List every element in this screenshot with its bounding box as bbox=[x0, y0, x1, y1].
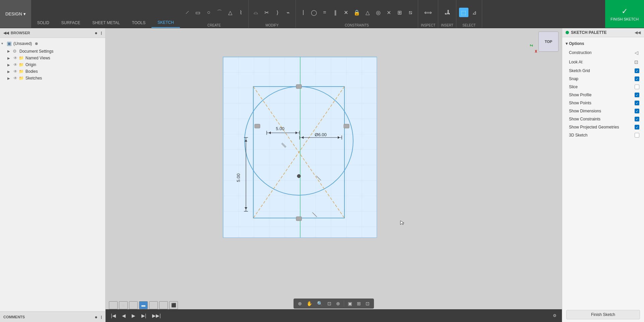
constraint-parallel-tool[interactable]: ∥ bbox=[331, 8, 340, 17]
zoom-window-tool[interactable]: ⊡ bbox=[326, 300, 333, 307]
offset-tool[interactable]: ⌁ bbox=[283, 8, 293, 17]
view-cube[interactable]: TOP bbox=[538, 32, 559, 52]
play-button[interactable]: ▶ bbox=[130, 312, 137, 320]
palette-collapse-btn[interactable]: ◀◀ bbox=[635, 30, 641, 35]
show-profile-checkbox[interactable]: ✓ bbox=[635, 93, 639, 97]
constraint-sym-tool[interactable]: ⨯ bbox=[384, 8, 394, 17]
playback-bar: |◀ ◀ ▶ ▶| ▶▶| ⚙ bbox=[106, 309, 562, 322]
grid-toggle-tool[interactable]: ⊞ bbox=[355, 300, 363, 307]
last-frame-button[interactable]: ▶▶| bbox=[150, 312, 163, 320]
tab-surface[interactable]: SURFACE bbox=[55, 18, 86, 28]
polygon-tool[interactable]: △ bbox=[226, 8, 235, 17]
sketch-paint-tool[interactable]: ⬛ bbox=[169, 301, 178, 309]
pan-tool[interactable]: ✋ bbox=[305, 300, 314, 307]
line-tool[interactable]: ⟋ bbox=[183, 8, 192, 17]
show-projected-geometries-checkbox[interactable]: ✓ bbox=[635, 125, 639, 129]
show-points-checkbox[interactable]: ✓ bbox=[635, 101, 639, 105]
finish-sketch-panel-button[interactable]: Finish Sketch bbox=[566, 310, 640, 319]
tab-solid[interactable]: SOLID bbox=[31, 18, 55, 28]
top-bar: DESIGN ▾ SOLID SURFACE SHEET METAL TOOLS… bbox=[0, 0, 644, 28]
constraint-grid-tool[interactable]: ⊞ bbox=[395, 8, 404, 17]
settings-icon[interactable]: ⚙ bbox=[551, 312, 559, 319]
tree-item-doc-settings[interactable]: ▶ ⚙ Document Settings bbox=[0, 48, 105, 55]
tab-sketch[interactable]: SKETCH bbox=[151, 18, 180, 28]
main-layout: ◀◀ BROWSER ● | ▾ ▣ (Unsaved) ⏺ ▶ ⚙ Docum… bbox=[0, 28, 644, 322]
sketch-select-tool[interactable]: □ bbox=[109, 301, 118, 309]
collapse-browser-icon[interactable]: ◀◀ bbox=[3, 31, 9, 35]
origin-label: Origin bbox=[25, 62, 36, 67]
show-dimensions-label: Show Dimensions bbox=[569, 109, 635, 113]
next-frame-button[interactable]: ▶| bbox=[139, 312, 148, 320]
constraint-triangle-tool[interactable]: △ bbox=[363, 8, 372, 17]
zoom-fit-tool[interactable]: ⊕ bbox=[334, 300, 342, 307]
constraint-equal-tool[interactable]: = bbox=[320, 8, 329, 17]
show-constraints-label: Show Constraints bbox=[569, 117, 635, 121]
circle-tool[interactable]: ○ bbox=[204, 8, 213, 17]
rect-tool[interactable]: ▭ bbox=[193, 8, 203, 17]
prev-frame-button[interactable]: ◀ bbox=[120, 312, 128, 320]
view-toggle-tool[interactable]: ▣ bbox=[346, 300, 354, 307]
tree-item-bodies[interactable]: ▶ 👁 📁 Bodies bbox=[0, 68, 105, 75]
eye-bodies[interactable]: 👁 bbox=[13, 69, 17, 74]
cube-top-label: TOP bbox=[545, 40, 552, 44]
eye-sketches[interactable]: 👁 bbox=[13, 76, 17, 80]
sketch-freeform-tool[interactable]: ◌ bbox=[159, 301, 168, 309]
sketch-grid-checkbox[interactable]: ✓ bbox=[635, 68, 639, 73]
constraint-mirror-tool[interactable]: ⧅ bbox=[406, 8, 415, 17]
finish-sketch-button[interactable]: ✓ FINISH SKETCH bbox=[605, 0, 644, 28]
sketch-box-select-tool[interactable]: ▣ bbox=[119, 301, 128, 309]
slice-checkbox[interactable] bbox=[635, 85, 639, 89]
tree-arrow-origin: ▶ bbox=[7, 63, 12, 67]
extend-tool[interactable]: ⟩ bbox=[273, 8, 282, 17]
trim-tool[interactable]: ✂ bbox=[262, 8, 271, 17]
eye-named-views[interactable]: 👁 bbox=[13, 56, 17, 60]
look-at-icon-btn[interactable]: ⊡ bbox=[633, 59, 639, 65]
sketch-circle-select-tool[interactable]: ◯ bbox=[149, 301, 158, 309]
window-select-tool[interactable]: ⊿ bbox=[470, 8, 479, 17]
browser-panel-toggle[interactable]: | bbox=[101, 31, 102, 35]
constraint-cross-tool[interactable]: ✕ bbox=[341, 8, 351, 17]
constraint-lock-tool[interactable]: 🔒 bbox=[352, 8, 362, 17]
select-tool[interactable]: ⬚ bbox=[459, 8, 468, 17]
3d-sketch-checkbox[interactable] bbox=[635, 133, 639, 138]
show-constraints-checkbox[interactable]: ✓ bbox=[635, 117, 639, 121]
image-insert-tool[interactable]: 🏞 bbox=[443, 8, 452, 17]
sketch-window-select-tool[interactable]: ⊡ bbox=[129, 301, 138, 309]
constraint-circle-tool[interactable]: ◯ bbox=[309, 8, 319, 17]
options-section-header[interactable]: ▾ Options bbox=[562, 40, 644, 48]
display-toggle-tool[interactable]: ⊡ bbox=[364, 300, 371, 307]
orbit-tool[interactable]: ⊕ bbox=[296, 300, 304, 307]
constraint-concentric-tool[interactable]: ◎ bbox=[374, 8, 383, 17]
show-dimensions-checkbox[interactable]: ✓ bbox=[635, 109, 639, 113]
sketch-solid-select-tool[interactable]: ▬ bbox=[139, 301, 148, 309]
tab-tools[interactable]: TOOLS bbox=[126, 18, 151, 28]
zoom-tool[interactable]: 🔍 bbox=[315, 300, 324, 307]
comments-add-icon[interactable]: ● bbox=[94, 314, 97, 320]
construction-icon-btn[interactable]: ◁ bbox=[634, 50, 639, 56]
canvas-area[interactable]: 5.00 Ø6.00 5.00 TOP bbox=[106, 28, 562, 322]
fillet-tool[interactable]: ⌓ bbox=[251, 8, 261, 17]
eye-origin[interactable]: 👁 bbox=[13, 62, 17, 67]
first-frame-button[interactable]: |◀ bbox=[109, 312, 118, 320]
cube-face-top[interactable]: TOP bbox=[538, 32, 559, 52]
modify-section: ⌓ ✂ ⟩ ⌁ MODIFY bbox=[249, 0, 296, 28]
svg-text:Ø6.00: Ø6.00 bbox=[315, 132, 326, 137]
measure-tool[interactable]: ⟺ bbox=[424, 8, 433, 17]
design-button[interactable]: DESIGN ▾ bbox=[0, 0, 31, 28]
bodies-label: Bodies bbox=[25, 69, 38, 74]
tree-item-named-views[interactable]: ▶ 👁 📁 Named Views bbox=[0, 55, 105, 61]
tree-arrow-named-views: ▶ bbox=[7, 56, 12, 60]
arc-tool[interactable]: ⌒ bbox=[215, 8, 224, 17]
comments-panel-toggle[interactable]: | bbox=[101, 315, 102, 319]
doc-settings-label: Document Settings bbox=[19, 49, 53, 54]
tree-item-origin[interactable]: ▶ 👁 📁 Origin bbox=[0, 61, 105, 68]
browser-settings-icon[interactable]: ● bbox=[94, 30, 97, 36]
tree-item-sketches[interactable]: ▶ 👁 📁 Sketches bbox=[0, 75, 105, 82]
constraint-line-tool[interactable]: | bbox=[299, 8, 308, 17]
tree-item-unsaved[interactable]: ▾ ▣ (Unsaved) ⏺ bbox=[0, 39, 105, 48]
browser-title: BROWSER bbox=[11, 31, 30, 35]
spline-tool[interactable]: ⌇ bbox=[236, 8, 246, 17]
sketch-grid-row: Sketch Grid ✓ bbox=[562, 67, 644, 75]
tab-sheet-metal[interactable]: SHEET METAL bbox=[86, 18, 126, 28]
snap-checkbox[interactable]: ✓ bbox=[635, 76, 639, 81]
